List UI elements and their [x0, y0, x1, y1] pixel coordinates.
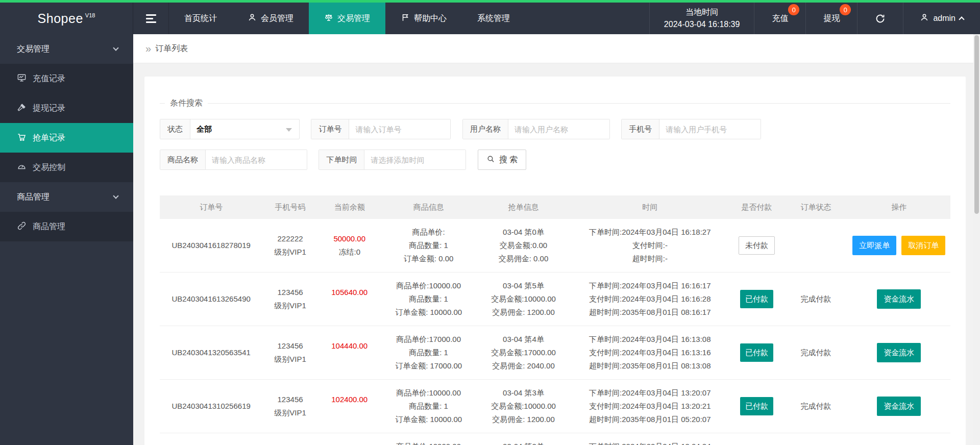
balance-cell: 50000.00冻结:0 [318, 219, 381, 272]
flag-icon [401, 13, 410, 24]
phone-cell: 123456级别VIP1 [262, 326, 317, 379]
username-label: 用户名称 [463, 119, 508, 139]
grab-info-cell: 03-04 第0单交易金额:0.00交易佣金: 0.00 [476, 219, 571, 272]
nav-member-management[interactable]: 会员管理 [232, 3, 309, 34]
order-time-input[interactable] [364, 150, 465, 169]
cancel-order-button[interactable]: 取消订单 [901, 236, 945, 255]
board-chart-icon [17, 73, 27, 85]
table-row: UB2403041320563541 123456级别VIP1 104440.0… [160, 326, 950, 380]
gavel-icon [17, 103, 27, 114]
order-no-label: 订单号 [311, 119, 349, 139]
local-time-value: 2024-03-04 16:18:39 [664, 18, 740, 31]
actions-cell: 资金流水 [848, 433, 950, 445]
sidebar-item-trade-control[interactable]: 交易控制 [0, 153, 133, 182]
refresh-icon[interactable] [857, 3, 903, 34]
breadcrumb: » 订单列表 [133, 34, 980, 63]
user-menu[interactable]: admin [903, 3, 980, 34]
phone-input[interactable] [659, 119, 761, 139]
product-name-input[interactable] [206, 150, 307, 169]
pay-status-cell: 已付款 [729, 433, 784, 445]
product-info-cell: 商品单价:10000.00商品数量: 1订单金额: 10000.00 [381, 273, 476, 326]
withdraw-button[interactable]: 提现 0 [805, 3, 857, 34]
dispatch-order-button[interactable]: 立即派单 [852, 236, 896, 255]
actions-cell: 资金流水 [848, 380, 950, 433]
product-info-cell: 商品单价:10000.00商品数量: 1订单金额: 10000.00 [381, 380, 476, 433]
logo-text: Shopee [38, 11, 83, 26]
status-filter: 状态 全部 [160, 119, 300, 139]
pay-status-cell: 已付款 [729, 326, 784, 379]
nav-label: 首页统计 [184, 13, 217, 24]
time-cell: 下单时间:2024年03月04日 16:13:08支付时间:2024年03月04… [571, 326, 729, 379]
order-status-cell: 完成付款 [785, 273, 848, 326]
nav-label: 系统管理 [477, 13, 510, 24]
link-icon [17, 221, 27, 233]
order-status-cell [785, 433, 848, 445]
username-input[interactable] [508, 119, 609, 139]
paid-badge: 已付款 [740, 397, 773, 415]
withdraw-badge: 0 [840, 4, 851, 15]
order-no-cell: UB2403041320563541 [160, 326, 262, 379]
gauge-icon [17, 162, 27, 174]
order-no-cell: UB2403041613265490 [160, 273, 262, 326]
sidebar-group-product[interactable]: 商品管理 [0, 182, 133, 212]
sidebar-item-grab-records[interactable]: 抢单记录 [0, 123, 133, 153]
main-content: » 订单列表 条件搜索 状态 全部 订单号 用户名称 [133, 34, 980, 445]
pay-status-cell: 已付款 [729, 380, 784, 433]
user-icon [248, 13, 257, 24]
chevron-down-icon [113, 193, 118, 199]
sidebar-item-recharge-records[interactable]: 充值记录 [0, 64, 133, 93]
grab-info-cell: 03-04 第3单交易金额:10000.00交易佣金: 1200.00 [476, 380, 571, 433]
user-icon [920, 13, 929, 24]
recharge-button[interactable]: 充值 0 [754, 3, 805, 34]
sidebar-item-product-management[interactable]: 商品管理 [0, 212, 133, 241]
paid-badge: 已付款 [740, 290, 773, 308]
nav-label: 会员管理 [261, 13, 293, 24]
sidebar-item-withdraw-records[interactable]: 提现记录 [0, 93, 133, 123]
product-name-label: 商品名称 [160, 150, 206, 169]
sidebar-toggle-icon[interactable] [133, 3, 169, 34]
product-info-cell: 商品单价:商品数量: 1订单金额: 0.00 [381, 219, 476, 272]
order-status-cell: 完成付款 [785, 326, 848, 379]
status-label: 状态 [160, 119, 190, 139]
order-no-cell [160, 433, 262, 445]
grab-info-cell: 03-04 第2单 [476, 433, 571, 445]
fund-flow-button[interactable]: 资金流水 [877, 289, 921, 309]
username: admin [933, 14, 955, 23]
scale-icon [324, 13, 333, 24]
vertical-scrollbar [973, 34, 980, 445]
time-cell: 下单时间:2024年03月04日 16:16:17支付时间:2024年03月04… [571, 273, 729, 326]
phone-cell: 123456级别VIP1 [262, 380, 317, 433]
nav-system-management[interactable]: 系统管理 [462, 3, 525, 34]
top-navigation: 首页统计 会员管理 交易管理 帮助中心 [169, 3, 525, 34]
table-row: 123456 101200.00 商品单价:10000.00 03-04 第2单… [160, 433, 950, 445]
orders-table: 订单号 手机号码 当前余额 商品信息 抢单信息 时间 是否付款 订单状态 操作 … [160, 195, 950, 445]
time-cell: 下单时间:2024年03月04日 13:20:07支付时间:2024年03月04… [571, 380, 729, 433]
actions-cell: 资金流水 [848, 273, 950, 326]
search-button[interactable]: 搜 索 [478, 150, 526, 170]
sidebar-group-trade[interactable]: 交易管理 [0, 34, 133, 64]
search-icon [486, 155, 495, 165]
nav-home-stats[interactable]: 首页统计 [169, 3, 232, 34]
nav-trade-management[interactable]: 交易管理 [309, 3, 385, 34]
balance-cell: 102400.00 [318, 380, 381, 433]
fund-flow-button[interactable]: 资金流水 [877, 343, 921, 362]
nav-help-center[interactable]: 帮助中心 [385, 3, 462, 34]
table-row: UB2403041618278019 222222级别VIP1 50000.00… [160, 219, 950, 273]
breadcrumb-chevrons-icon: » [145, 43, 151, 55]
order-no-cell: UB2403041310256619 [160, 380, 262, 433]
time-cell: 下单时间:2024年03月04日 16:18:27支付时间:-超时时间:- [571, 219, 729, 272]
fund-flow-button[interactable]: 资金流水 [877, 397, 921, 416]
product-info-cell: 商品单价:10000.00 [381, 433, 476, 445]
chevron-down-icon [113, 45, 118, 51]
logo-version: V18 [85, 12, 95, 18]
table-header-row: 订单号 手机号码 当前余额 商品信息 抢单信息 时间 是否付款 订单状态 操作 [160, 195, 950, 219]
status-select[interactable]: 全部 [190, 119, 299, 139]
order-time-filter: 下单时间 [318, 150, 466, 170]
pay-status-cell: 未付款 [729, 219, 784, 272]
scrollbar-thumb[interactable] [974, 35, 979, 214]
phone-filter: 手机号 [621, 119, 761, 139]
sidebar: 交易管理 充值记录 提现记录 抢单记录 交易控 [0, 34, 133, 445]
order-no-input[interactable] [349, 119, 450, 139]
order-no-cell: UB2403041618278019 [160, 219, 262, 272]
topbar-right: 当地时间 2024-03-04 16:18:39 充值 0 提现 0 admin [649, 3, 980, 34]
